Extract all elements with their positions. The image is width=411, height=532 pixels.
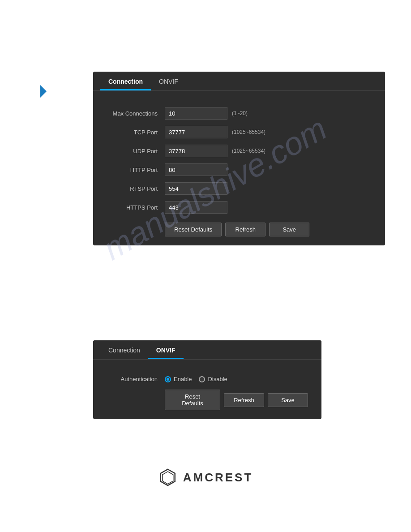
disable-label: Disable <box>208 376 227 382</box>
save-button-2[interactable]: Save <box>268 393 308 407</box>
save-button-1[interactable]: Save <box>269 223 309 236</box>
disable-radio[interactable] <box>199 376 205 382</box>
tab-divider-1 <box>93 90 385 91</box>
field-label: HTTP Port <box>107 167 165 173</box>
field-hint: (1025~65534) <box>232 148 265 154</box>
field-input[interactable] <box>165 126 227 138</box>
amcrest-logo-icon <box>158 468 178 487</box>
field-label: TCP Port <box>107 129 165 136</box>
tab-divider-2 <box>93 359 321 360</box>
tab-onvif-2[interactable]: ONVIF <box>148 340 184 359</box>
refresh-button-2[interactable]: Refresh <box>224 393 264 407</box>
tab-bar-1: Connection ONVIF <box>93 72 385 90</box>
field-hint: (1~20) <box>232 110 248 116</box>
reset-defaults-button-1[interactable]: Reset Defaults <box>165 223 222 236</box>
tab-connection-1[interactable]: Connection <box>100 72 151 90</box>
svg-marker-1 <box>163 472 173 484</box>
enable-radio[interactable] <box>165 376 171 382</box>
authentication-row: Authentication Enable Disable <box>107 376 308 382</box>
field-label: Max Connections <box>107 110 165 117</box>
tab-bar-2: Connection ONVIF <box>93 340 321 359</box>
field-label: RTSP Port <box>107 185 165 192</box>
panel1-btn-row: Reset Defaults Refresh Save <box>165 223 372 236</box>
field-row-https-port: HTTPS Port <box>107 201 372 214</box>
field-input[interactable] <box>165 163 227 176</box>
onvif-content: Authentication Enable Disable Reset Defa… <box>93 367 321 419</box>
field-hint: (1025~65534) <box>232 129 265 135</box>
field-row-max-connections: Max Connections(1~20) <box>107 107 372 120</box>
field-input[interactable] <box>165 145 227 157</box>
field-label: UDP Port <box>107 148 165 154</box>
field-input[interactable] <box>165 201 227 214</box>
logo-area: AMCREST <box>158 468 253 487</box>
connection-content: Max Connections(1~20)TCP Port(1025~65534… <box>93 98 385 245</box>
authentication-label: Authentication <box>107 376 165 382</box>
field-row-rtsp-port: RTSP Port <box>107 182 372 195</box>
left-arrow-indicator <box>40 85 47 98</box>
refresh-button-1[interactable]: Refresh <box>225 223 265 236</box>
field-input[interactable] <box>165 107 227 120</box>
field-input[interactable] <box>165 182 227 195</box>
authentication-radio-group: Enable Disable <box>165 376 227 382</box>
onvif-panel: Connection ONVIF Authentication Enable D… <box>93 340 321 419</box>
field-row-udp-port: UDP Port(1025~65534) <box>107 145 372 157</box>
reset-defaults-button-2[interactable]: Reset Defaults <box>165 390 220 410</box>
connection-panel: Connection ONVIF Max Connections(1~20)TC… <box>93 72 385 245</box>
enable-label: Enable <box>174 376 192 382</box>
field-row-http-port: HTTP Port <box>107 163 372 176</box>
panel2-btn-row: Reset Defaults Refresh Save <box>165 390 308 410</box>
tab-connection-2[interactable]: Connection <box>100 340 148 359</box>
tab-onvif-1[interactable]: ONVIF <box>151 72 186 90</box>
enable-option[interactable]: Enable <box>165 376 192 382</box>
panel1-fields: Max Connections(1~20)TCP Port(1025~65534… <box>107 107 372 214</box>
field-label: HTTPS Port <box>107 204 165 211</box>
disable-option[interactable]: Disable <box>199 376 227 382</box>
field-row-tcp-port: TCP Port(1025~65534) <box>107 126 372 138</box>
amcrest-logo-text: AMCREST <box>183 471 253 485</box>
